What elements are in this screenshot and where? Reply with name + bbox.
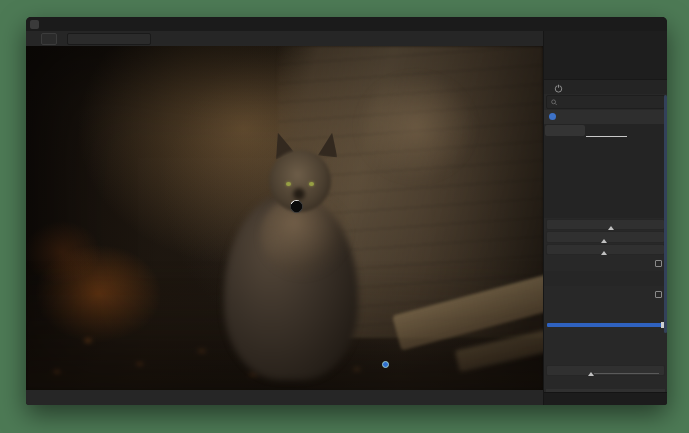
module-enabled-toggle[interactable] (549, 113, 556, 120)
slider-marker[interactable] (601, 251, 607, 255)
tone-equalizer-tabs (544, 124, 667, 136)
top-toolbar (26, 31, 543, 46)
opacity-slider[interactable] (547, 323, 664, 327)
darktable-window (26, 17, 667, 405)
display-exposure-mask-row (544, 257, 667, 268)
drawn-mask-row[interactable] (544, 331, 667, 342)
display-mask-checkbox[interactable] (655, 260, 662, 267)
search-icon (551, 99, 557, 106)
tab-masking[interactable] (627, 124, 667, 136)
cat-muzzle (293, 188, 305, 200)
tone-equalizer-cursor[interactable] (290, 200, 303, 213)
module-search[interactable] (546, 95, 665, 108)
mask-contrast-slider[interactable] (546, 244, 665, 256)
search-input[interactable] (560, 98, 660, 107)
curve-smoothing-slider[interactable] (546, 219, 665, 231)
module-group-tabs (544, 79, 667, 94)
image-canvas[interactable] (26, 46, 543, 390)
details-threshold-slider[interactable] (546, 365, 665, 377)
panel-scrollbar[interactable] (664, 95, 667, 333)
watermark (382, 361, 392, 368)
sort-dropdown[interactable] (67, 33, 151, 45)
bottom-toolbar (26, 390, 543, 405)
histogram-scope[interactable] (544, 31, 667, 79)
titlebar (26, 17, 667, 31)
graph-plot[interactable] (545, 145, 663, 217)
tab-simple[interactable] (545, 125, 585, 135)
slider-marker[interactable] (601, 239, 607, 243)
desktop-background (0, 0, 689, 433)
opacity-fill (547, 323, 663, 327)
opacity-row[interactable] (544, 312, 667, 323)
watermark-logo-icon (382, 361, 389, 368)
blend-mode-row[interactable] (544, 300, 667, 311)
tab-advanced[interactable] (586, 124, 626, 136)
right-panel (543, 31, 667, 405)
rating-filter[interactable] (41, 33, 57, 45)
cat-eye-right (309, 182, 314, 186)
active-modules-power-icon[interactable] (550, 82, 566, 93)
blend-mask-header (544, 288, 667, 300)
tone-equalizer-graph[interactable] (544, 137, 667, 218)
wall-highlight (356, 72, 476, 182)
slider-track (594, 373, 660, 374)
mask-shape-toolbar (544, 343, 667, 354)
graph-x-labels (545, 137, 666, 145)
tone-equalizer-header[interactable] (544, 110, 667, 124)
mask-exposure-slider[interactable] (546, 231, 665, 243)
feathering-guide-row[interactable] (544, 376, 667, 387)
blend-mode-strip (544, 271, 667, 286)
mask-refinement-header (544, 353, 667, 364)
app-icon (30, 20, 39, 29)
blend-mask-checkbox[interactable] (655, 291, 662, 298)
module-order-bar[interactable] (544, 392, 667, 405)
slider-marker[interactable] (608, 226, 614, 230)
cat-eye-left (286, 182, 291, 186)
